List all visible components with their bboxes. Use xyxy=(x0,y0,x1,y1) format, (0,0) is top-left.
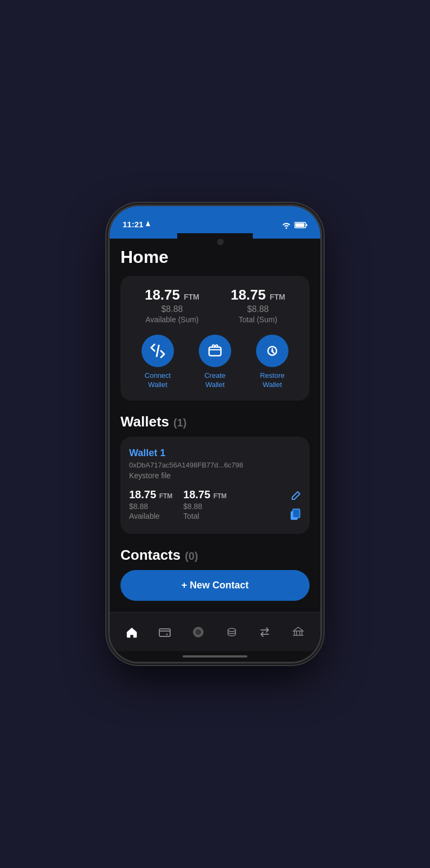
connect-wallet-button[interactable]: ConnectWallet xyxy=(142,335,174,390)
nav-bank[interactable] xyxy=(285,621,311,643)
wallet-total-label: Total xyxy=(183,512,226,520)
svg-rect-5 xyxy=(293,509,300,518)
wallet-available-label: Available xyxy=(129,512,172,520)
wallet-edit-button[interactable] xyxy=(290,491,301,504)
wallet-total: 18.75 FTM $8.88 Total xyxy=(183,489,226,520)
svg-rect-1 xyxy=(295,223,305,227)
action-buttons: ConnectWallet CreateWallet xyxy=(129,335,301,390)
status-icons xyxy=(281,221,307,229)
available-label: Available (Sum) xyxy=(145,315,199,324)
restore-wallet-label: RestoreWallet xyxy=(260,371,285,390)
coins-nav-icon xyxy=(225,626,238,639)
restore-wallet-icon xyxy=(265,343,280,358)
svg-rect-2 xyxy=(209,347,221,356)
transfer-nav-icon xyxy=(258,626,271,639)
copy-icon xyxy=(290,508,301,520)
wallet-nav-icon xyxy=(158,626,171,639)
svg-point-3 xyxy=(271,350,273,352)
wallet-available-amount: 18.75 FTM xyxy=(129,489,172,501)
connect-wallet-icon xyxy=(150,343,165,358)
new-contact-button[interactable]: + New Contact xyxy=(120,570,310,601)
bottom-nav xyxy=(110,612,320,651)
create-wallet-button[interactable]: CreateWallet xyxy=(199,335,231,390)
svg-point-10 xyxy=(228,628,236,632)
svg-rect-6 xyxy=(159,629,170,636)
balance-row: 18.75 FTM $8.88 Available (Sum) 18.75 FT… xyxy=(129,287,301,324)
wallet-total-usd: $8.88 xyxy=(183,502,226,511)
status-time: 11:21 xyxy=(123,220,151,229)
battery-icon xyxy=(294,222,307,228)
wallet-total-amount: 18.75 FTM xyxy=(183,489,226,501)
time-display: 11:21 xyxy=(123,220,143,229)
home-nav-icon xyxy=(125,626,138,639)
connect-wallet-icon-circle xyxy=(142,335,174,367)
wallet-type: Keystore file xyxy=(129,471,301,480)
wallets-title: Wallets xyxy=(120,413,169,430)
notch-bar xyxy=(110,233,320,239)
balance-card: 18.75 FTM $8.88 Available (Sum) 18.75 FT… xyxy=(120,276,310,401)
wallet-actions xyxy=(290,489,301,523)
connect-wallet-label: ConnectWallet xyxy=(145,371,171,390)
contacts-title: Contacts xyxy=(120,547,180,564)
home-bar xyxy=(183,655,247,657)
available-amount: 18.75 FTM xyxy=(145,287,199,303)
create-wallet-label: CreateWallet xyxy=(204,371,225,390)
wallet-balances: 18.75 FTM $8.88 Available 18.75 FTM $8.8… xyxy=(129,489,227,520)
wallet-card: Wallet 1 0xDbA717ac56A1498FB77d...6c798 … xyxy=(120,437,310,534)
notch xyxy=(177,233,253,250)
wallet-available: 18.75 FTM $8.88 Available xyxy=(129,489,172,520)
create-wallet-icon xyxy=(207,343,223,358)
wallet-copy-button[interactable] xyxy=(290,508,301,523)
total-label: Total (Sum) xyxy=(231,315,285,324)
nav-token[interactable] xyxy=(185,621,211,643)
bank-nav-icon xyxy=(292,626,305,639)
wallet-available-usd: $8.88 xyxy=(129,502,172,511)
camera-dot xyxy=(217,239,224,245)
home-indicator xyxy=(110,651,320,662)
contacts-count: (0) xyxy=(185,550,198,562)
nav-wallet[interactable] xyxy=(152,621,178,643)
phone-frame: 11:21 Home xyxy=(110,206,320,662)
total-usd: $8.88 xyxy=(231,304,285,314)
restore-wallet-button[interactable]: RestoreWallet xyxy=(256,335,288,390)
wallet-address: 0xDbA717ac56A1498FB77d...6c798 xyxy=(129,461,301,469)
total-amount: 18.75 FTM xyxy=(231,287,285,303)
wallets-count: (1) xyxy=(173,417,186,429)
wifi-icon xyxy=(281,221,291,229)
create-wallet-icon-circle xyxy=(199,335,231,367)
wallet-name: Wallet 1 xyxy=(129,447,301,459)
total-balance: 18.75 FTM $8.88 Total (Sum) xyxy=(231,287,285,324)
edit-icon xyxy=(290,491,301,501)
token-nav-icon xyxy=(192,626,205,639)
main-content: Home 18.75 FTM $8.88 Available (Sum) 18.… xyxy=(110,239,320,612)
restore-wallet-icon-circle xyxy=(256,335,288,367)
svg-point-7 xyxy=(166,633,168,635)
contacts-section-header: Contacts (0) xyxy=(120,547,310,564)
status-bar: 11:21 xyxy=(110,206,320,233)
nav-transfer[interactable] xyxy=(252,621,278,643)
nav-home[interactable] xyxy=(119,621,145,643)
svg-point-9 xyxy=(196,629,201,635)
available-usd: $8.88 xyxy=(145,304,199,314)
nav-coins[interactable] xyxy=(219,621,245,643)
available-balance: 18.75 FTM $8.88 Available (Sum) xyxy=(145,287,199,324)
navigation-arrow-icon xyxy=(145,221,151,228)
wallets-section-header: Wallets (1) xyxy=(120,413,310,430)
